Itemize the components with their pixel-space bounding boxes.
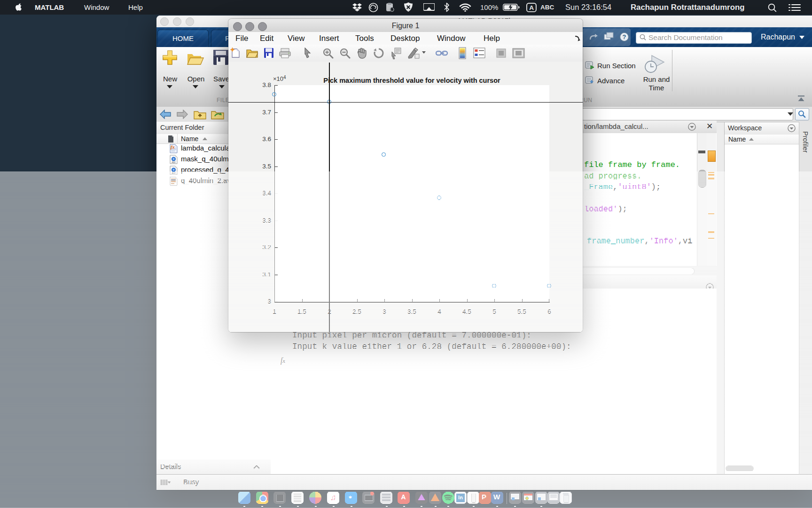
svg-text:?: ? (623, 33, 626, 40)
svg-text:AVI: AVI (172, 172, 176, 175)
svg-text:fx: fx (171, 144, 175, 150)
svg-text:AVI: AVI (172, 161, 176, 164)
svg-text:A: A (529, 4, 534, 11)
